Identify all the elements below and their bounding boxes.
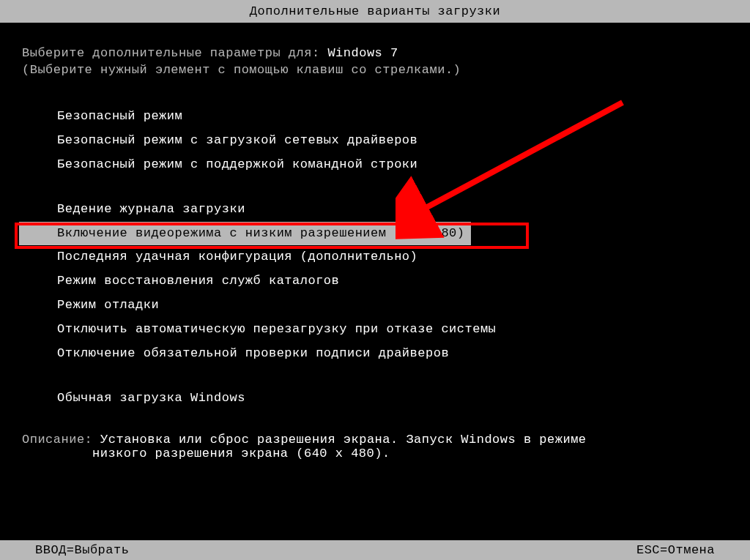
footer-enter-hint: ВВОД=Выбрать: [35, 543, 129, 557]
prompt-line: Выберите дополнительные параметры для: W…: [22, 46, 728, 60]
menu-item-last-known-good[interactable]: Последняя удачная конфигурация (дополнит…: [57, 245, 728, 269]
menu-item-disable-driver-signature[interactable]: Отключение обязательной проверки подписи…: [57, 342, 728, 366]
content-area: Выберите дополнительные параметры для: W…: [0, 46, 750, 460]
menu-item-low-res-video[interactable]: Включение видеорежима с низким разрешени…: [19, 222, 471, 246]
boot-menu: Безопасный режим Безопасный режим с загр…: [57, 105, 728, 411]
os-name: Windows 7: [327, 46, 398, 60]
menu-item-directory-services-restore[interactable]: Режим восстановления служб каталогов: [57, 269, 728, 294]
page-title: Дополнительные варианты загрузки: [250, 4, 500, 18]
menu-item-normal-boot[interactable]: Обычная загрузка Windows: [57, 387, 728, 411]
menu-item-safe-mode-command[interactable]: Безопасный режим с поддержкой командной …: [57, 153, 728, 177]
menu-group-2: Ведение журнала загрузки Включение видео…: [57, 198, 728, 366]
menu-group-3: Обычная загрузка Windows: [57, 387, 728, 411]
menu-item-safe-mode[interactable]: Безопасный режим: [57, 105, 728, 129]
footer-bar: ВВОД=Выбрать ESC=Отмена: [0, 540, 750, 560]
description-block: Описание: Установка или сброс разрешения…: [22, 433, 728, 460]
hint-line: (Выберите нужный элемент с помощью клави…: [22, 63, 728, 77]
footer-esc-hint: ESC=Отмена: [636, 543, 715, 557]
menu-group-1: Безопасный режим Безопасный режим с загр…: [57, 105, 728, 177]
title-bar: Дополнительные варианты загрузки: [0, 0, 750, 23]
menu-item-debugging-mode[interactable]: Режим отладки: [57, 294, 728, 318]
description-label: Описание:: [22, 433, 100, 447]
prompt-prefix: Выберите дополнительные параметры для:: [22, 46, 327, 60]
menu-item-safe-mode-networking[interactable]: Безопасный режим с загрузкой сетевых дра…: [57, 129, 728, 153]
menu-item-boot-logging[interactable]: Ведение журнала загрузки: [57, 198, 728, 222]
description-text-2: низкого разрешения экрана (640 x 480).: [92, 447, 728, 460]
description-text-1: Установка или сброс разрешения экрана. З…: [100, 433, 587, 447]
menu-item-disable-auto-restart[interactable]: Отключить автоматическую перезагрузку пр…: [57, 318, 728, 342]
